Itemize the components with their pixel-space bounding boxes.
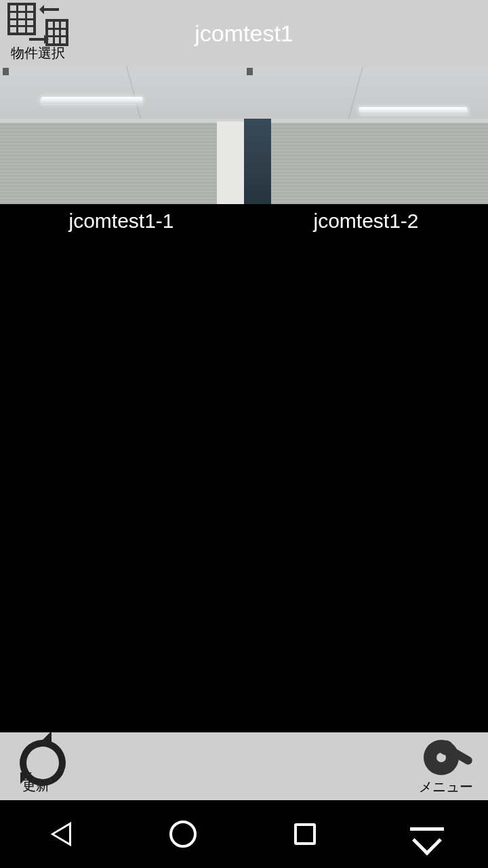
- refresh-icon: [15, 738, 57, 776]
- refresh-button[interactable]: 更新: [15, 738, 57, 795]
- property-select-label: 物件選択: [4, 46, 72, 60]
- empty-area: [0, 237, 488, 732]
- camera-cell[interactable]: jcomtest1-1: [0, 66, 244, 237]
- camera-name: jcomtest1-2: [244, 204, 488, 237]
- camera-row: jcomtest1-1 jcomtest1-2: [0, 66, 488, 237]
- nav-ime-button[interactable]: [407, 814, 447, 854]
- system-nav-bar: [0, 800, 488, 868]
- menu-button[interactable]: メニュー: [419, 737, 473, 796]
- nav-recent-button[interactable]: [285, 814, 325, 854]
- settings-wrench-icon: [421, 737, 471, 778]
- camera-thumbnail[interactable]: [0, 66, 244, 204]
- header-bar: 物件選択 jcomtest1: [0, 0, 488, 66]
- nav-back-button[interactable]: [41, 814, 81, 854]
- camera-grid: jcomtest1-1 jcomtest1-2: [0, 66, 488, 732]
- building-swap-icon: [7, 3, 68, 46]
- property-select-button[interactable]: 物件選択: [4, 3, 72, 60]
- camera-name: jcomtest1-1: [0, 204, 243, 237]
- chevron-down-bar-icon: [410, 827, 444, 841]
- menu-label: メニュー: [419, 778, 473, 796]
- back-triangle-icon: [51, 822, 71, 846]
- nav-home-button[interactable]: [163, 814, 203, 854]
- home-circle-icon: [169, 821, 197, 848]
- page-title: jcomtest1: [195, 20, 293, 47]
- camera-osd: [3, 68, 9, 75]
- camera-osd: [247, 68, 253, 75]
- recent-square-icon: [294, 823, 316, 845]
- camera-thumbnail[interactable]: [244, 66, 488, 204]
- camera-cell[interactable]: jcomtest1-2: [244, 66, 488, 237]
- bottom-toolbar: 更新 メニュー: [0, 732, 488, 800]
